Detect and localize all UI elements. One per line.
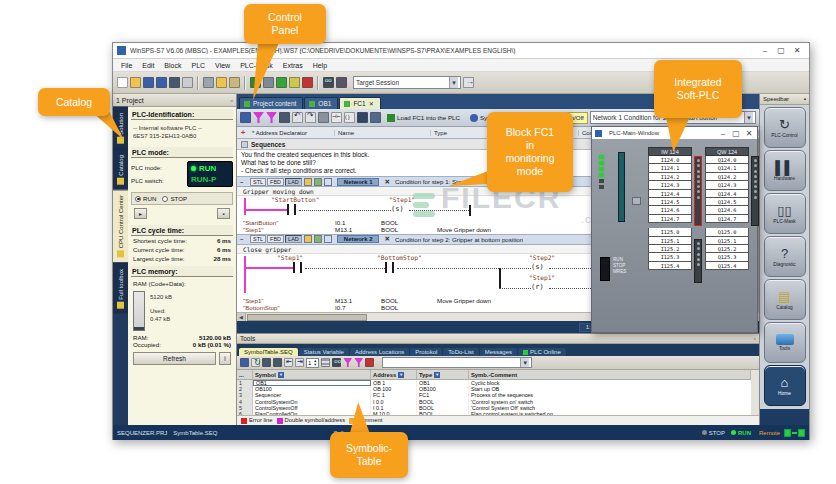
collapse-network-icon[interactable]: –: [240, 236, 248, 242]
menu-item[interactable]: Edit: [137, 61, 159, 70]
input-cell[interactable]: I125.1: [648, 237, 692, 245]
maximize-button[interactable]: ▢: [773, 46, 789, 55]
save-icon[interactable]: [143, 77, 154, 88]
copy-network-icon[interactable]: [304, 235, 312, 243]
maximize-button[interactable]: ▢: [731, 129, 741, 138]
scrollbar-thumb[interactable]: [247, 314, 367, 321]
menu-item[interactable]: File: [116, 61, 137, 70]
edit-network-icon[interactable]: [324, 235, 332, 243]
filter-icon[interactable]: ▼: [434, 372, 440, 378]
scroll-left-icon[interactable]: ◀: [237, 313, 246, 321]
redo-icon[interactable]: [305, 112, 316, 123]
funnel-icon[interactable]: [266, 112, 277, 123]
coil-symbol[interactable]: (s): [391, 205, 404, 213]
input-cell[interactable]: I124.7: [648, 215, 692, 223]
tab-cpu-control-center[interactable]: CPU Control Center: [113, 189, 128, 262]
output-cell[interactable]: Q124.5: [705, 198, 749, 206]
output-cell[interactable]: Q124.7: [705, 215, 749, 223]
speedbar-button[interactable]: ⌂ Home: [764, 365, 806, 406]
coil-symbol[interactable]: (r): [531, 283, 544, 291]
close-button[interactable]: ✕: [789, 46, 805, 55]
goto2-icon[interactable]: [295, 358, 304, 367]
cut-icon[interactable]: [203, 77, 214, 88]
find-icon[interactable]: [169, 77, 180, 88]
menu-item[interactable]: View: [210, 61, 235, 70]
new-icon[interactable]: [117, 77, 128, 88]
funnel-icon[interactable]: [253, 112, 264, 123]
chevron-down-icon[interactable]: ▼: [449, 77, 458, 88]
input-cell[interactable]: I125.3: [648, 253, 692, 261]
sort-icon[interactable]: [321, 358, 330, 367]
output-cell[interactable]: Q124.6: [705, 206, 749, 214]
glasses-icon[interactable]: [323, 77, 334, 88]
tab-messages[interactable]: Messages: [480, 348, 517, 356]
tab-symboltable[interactable]: SymbolTable.SEQ: [239, 348, 298, 356]
chevron-down-icon[interactable]: ▼: [520, 358, 529, 367]
output-cell[interactable]: Q124.2: [705, 173, 749, 181]
copy-network-icon[interactable]: [304, 178, 312, 186]
add-variable-icon[interactable]: +: [237, 128, 249, 137]
save-all-icon[interactable]: [156, 77, 167, 88]
pin-icon[interactable]: ▫: [231, 97, 233, 104]
network2-label[interactable]: Network 2: [337, 235, 380, 243]
find-icon[interactable]: [262, 358, 271, 367]
speedbar-button[interactable]: ? Diagnostic: [764, 236, 806, 277]
speedbar-button[interactable]: ▌▌ Hardware: [764, 150, 806, 191]
funnel-icon[interactable]: [354, 358, 363, 367]
funnel-icon[interactable]: [343, 358, 352, 367]
tab-status-variable[interactable]: Status Variable: [299, 348, 349, 356]
output-cell[interactable]: Q125.4: [705, 262, 749, 270]
view-mode-chip[interactable]: STL: [250, 178, 266, 186]
go-icon[interactable]: [463, 77, 474, 88]
tab-fc1[interactable]: FC1 ✕: [339, 97, 380, 109]
pause-icon[interactable]: [289, 77, 300, 88]
input-cell[interactable]: I124.3: [648, 181, 692, 189]
chevron-down-icon[interactable]: ▼: [744, 112, 753, 123]
output-cell[interactable]: Q125.1: [705, 237, 749, 245]
input-cell[interactable]: I124.2: [648, 173, 692, 181]
tab-full-toolbox[interactable]: Full toolbox: [113, 263, 128, 314]
filter-icon[interactable]: ▼: [398, 372, 404, 378]
contact-symbol[interactable]: [293, 262, 302, 273]
load-fc1-button[interactable]: Load FC1 into the PLC: [383, 112, 464, 124]
tab-ob1[interactable]: OB1 ✕: [304, 97, 338, 109]
save-icon[interactable]: [240, 358, 249, 367]
contact-symbol[interactable]: [385, 262, 394, 273]
minimize-button[interactable]: –: [718, 129, 728, 138]
input-cell[interactable]: I125.4: [648, 262, 692, 270]
input-cell[interactable]: I125.2: [648, 245, 692, 253]
speedbar-button[interactable]: ▯▯ PLC-Mask: [764, 193, 806, 234]
view-mode-chip[interactable]: FBD: [267, 235, 284, 243]
stop-button[interactable]: ▪: [217, 208, 230, 219]
print-icon[interactable]: [182, 77, 193, 88]
menu-item[interactable]: Block: [159, 61, 186, 70]
symbol-table-row[interactable]: 6 FlagControlledOn M 10.0 BOOL Flag cont…: [237, 411, 751, 415]
delete-network-icon[interactable]: ✕: [384, 235, 389, 243]
run-radio[interactable]: RUN: [135, 195, 156, 202]
view-mode-chip[interactable]: LAD: [285, 178, 302, 186]
filter-icon[interactable]: ▼: [278, 372, 284, 378]
speedbar-button[interactable]: ↻ PLC-Control: [764, 107, 806, 148]
glasses-icon[interactable]: [332, 358, 341, 367]
output-cell[interactable]: Q125.3: [705, 253, 749, 261]
input-cell[interactable]: I125.0: [648, 228, 692, 236]
menu-item[interactable]: Extras: [278, 61, 308, 70]
paste-network-icon[interactable]: [314, 235, 322, 243]
box-icon[interactable]: [357, 112, 368, 123]
input-cell[interactable]: I124.0: [648, 156, 692, 164]
input-cell[interactable]: I124.1: [648, 164, 692, 172]
collapse-network-icon[interactable]: –: [240, 179, 248, 185]
find-icon[interactable]: [279, 112, 290, 123]
save-icon[interactable]: [240, 112, 251, 123]
speedbar-button[interactable]: Tools: [764, 322, 806, 363]
refresh-icon[interactable]: [251, 358, 260, 367]
tab-plc-online[interactable]: PLC Online: [518, 348, 566, 356]
stop-icon[interactable]: [302, 77, 313, 88]
stop-icon[interactable]: [365, 358, 374, 367]
view-mode-chip[interactable]: FBD: [267, 178, 284, 186]
tab-project-content[interactable]: Project content ✕: [239, 97, 303, 109]
output-cell[interactable]: Q125.0: [705, 228, 749, 236]
tab-catalog[interactable]: Catalog: [113, 149, 128, 190]
tab-address-locations[interactable]: Address Locations: [350, 348, 409, 356]
run-icon[interactable]: [276, 77, 287, 88]
